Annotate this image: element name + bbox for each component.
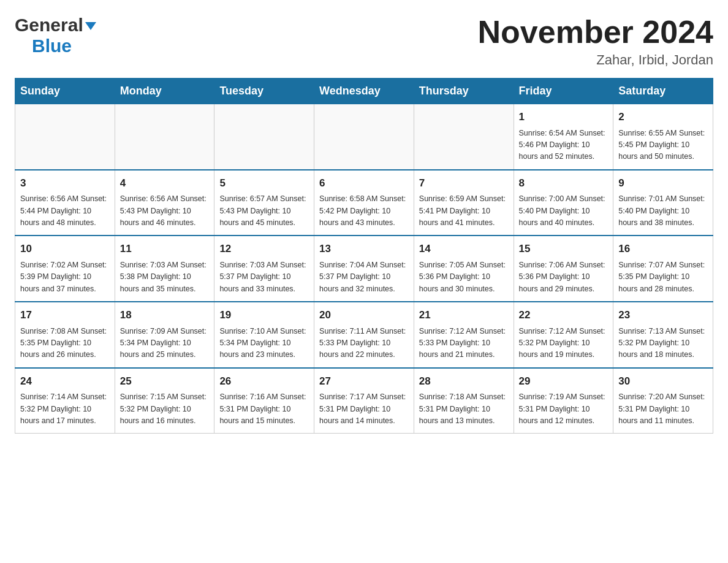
day-info: Sunrise: 7:12 AM Sunset: 5:33 PM Dayligh… xyxy=(419,326,509,361)
table-row: 18Sunrise: 7:09 AM Sunset: 5:34 PM Dayli… xyxy=(115,302,214,368)
day-info: Sunrise: 7:10 AM Sunset: 5:34 PM Dayligh… xyxy=(219,326,309,361)
table-row: 7Sunrise: 6:59 AM Sunset: 5:41 PM Daylig… xyxy=(414,170,514,236)
day-info: Sunrise: 6:55 AM Sunset: 5:45 PM Dayligh… xyxy=(618,128,708,163)
table-row: 6Sunrise: 6:58 AM Sunset: 5:42 PM Daylig… xyxy=(314,170,414,236)
table-row: 29Sunrise: 7:19 AM Sunset: 5:31 PM Dayli… xyxy=(514,368,613,434)
day-number: 11 xyxy=(120,241,210,257)
day-info: Sunrise: 6:59 AM Sunset: 5:41 PM Dayligh… xyxy=(419,193,509,229)
day-info: Sunrise: 6:58 AM Sunset: 5:42 PM Dayligh… xyxy=(319,193,409,229)
day-number: 5 xyxy=(219,175,309,191)
col-monday: Monday xyxy=(115,79,214,104)
day-info: Sunrise: 6:56 AM Sunset: 5:43 PM Dayligh… xyxy=(120,193,210,229)
day-number: 22 xyxy=(519,307,609,323)
calendar-week-row: 10Sunrise: 7:02 AM Sunset: 5:39 PM Dayli… xyxy=(15,236,713,302)
day-number: 19 xyxy=(219,307,309,323)
day-number: 10 xyxy=(20,241,110,257)
table-row: 23Sunrise: 7:13 AM Sunset: 5:32 PM Dayli… xyxy=(613,302,713,368)
calendar-table: Sunday Monday Tuesday Wednesday Thursday… xyxy=(15,78,713,434)
logo-triangle-icon xyxy=(85,22,96,30)
table-row: 20Sunrise: 7:11 AM Sunset: 5:33 PM Dayli… xyxy=(314,302,414,368)
table-row: 14Sunrise: 7:05 AM Sunset: 5:36 PM Dayli… xyxy=(414,236,514,302)
day-number: 25 xyxy=(120,373,210,389)
day-info: Sunrise: 7:19 AM Sunset: 5:31 PM Dayligh… xyxy=(519,391,609,427)
day-number: 28 xyxy=(419,373,509,389)
table-row: 22Sunrise: 7:12 AM Sunset: 5:32 PM Dayli… xyxy=(514,302,613,368)
day-number: 9 xyxy=(618,175,708,191)
day-number: 8 xyxy=(519,175,609,191)
day-info: Sunrise: 7:08 AM Sunset: 5:35 PM Dayligh… xyxy=(20,326,110,361)
day-number: 1 xyxy=(519,109,609,125)
table-row: 30Sunrise: 7:20 AM Sunset: 5:31 PM Dayli… xyxy=(613,368,713,434)
col-sunday: Sunday xyxy=(15,79,115,104)
day-info: Sunrise: 7:11 AM Sunset: 5:33 PM Dayligh… xyxy=(319,326,409,361)
table-row: 9Sunrise: 7:01 AM Sunset: 5:40 PM Daylig… xyxy=(613,170,713,236)
day-info: Sunrise: 7:13 AM Sunset: 5:32 PM Dayligh… xyxy=(618,326,708,361)
table-row: 2Sunrise: 6:55 AM Sunset: 5:45 PM Daylig… xyxy=(613,104,713,170)
day-info: Sunrise: 7:01 AM Sunset: 5:40 PM Dayligh… xyxy=(618,193,708,229)
table-row: 26Sunrise: 7:16 AM Sunset: 5:31 PM Dayli… xyxy=(214,368,314,434)
day-number: 27 xyxy=(319,373,409,389)
day-number: 18 xyxy=(120,307,210,323)
day-number: 3 xyxy=(20,175,110,191)
table-row: 24Sunrise: 7:14 AM Sunset: 5:32 PM Dayli… xyxy=(15,368,115,434)
day-info: Sunrise: 7:03 AM Sunset: 5:38 PM Dayligh… xyxy=(120,259,210,295)
table-row: 8Sunrise: 7:00 AM Sunset: 5:40 PM Daylig… xyxy=(514,170,613,236)
table-row: 10Sunrise: 7:02 AM Sunset: 5:39 PM Dayli… xyxy=(15,236,115,302)
col-saturday: Saturday xyxy=(613,79,713,104)
day-info: Sunrise: 7:17 AM Sunset: 5:31 PM Dayligh… xyxy=(319,391,409,427)
location: Zahar, Irbid, Jordan xyxy=(478,52,713,68)
logo-general-text: General xyxy=(15,15,83,36)
table-row: 1Sunrise: 6:54 AM Sunset: 5:46 PM Daylig… xyxy=(514,104,613,170)
day-number: 24 xyxy=(20,373,110,389)
day-number: 20 xyxy=(319,307,409,323)
table-row: 15Sunrise: 7:06 AM Sunset: 5:36 PM Dayli… xyxy=(514,236,613,302)
day-info: Sunrise: 7:05 AM Sunset: 5:36 PM Dayligh… xyxy=(419,259,509,295)
day-info: Sunrise: 7:06 AM Sunset: 5:36 PM Dayligh… xyxy=(519,259,609,295)
day-info: Sunrise: 7:12 AM Sunset: 5:32 PM Dayligh… xyxy=(519,326,609,361)
day-info: Sunrise: 7:09 AM Sunset: 5:34 PM Dayligh… xyxy=(120,326,210,361)
title-area: November 2024 Zahar, Irbid, Jordan xyxy=(478,15,713,68)
table-row: 12Sunrise: 7:03 AM Sunset: 5:37 PM Dayli… xyxy=(214,236,314,302)
table-row xyxy=(15,104,115,170)
day-number: 29 xyxy=(519,373,609,389)
col-thursday: Thursday xyxy=(414,79,514,104)
col-friday: Friday xyxy=(514,79,613,104)
day-info: Sunrise: 7:16 AM Sunset: 5:31 PM Dayligh… xyxy=(219,391,309,427)
day-number: 6 xyxy=(319,175,409,191)
day-number: 17 xyxy=(20,307,110,323)
day-number: 7 xyxy=(419,175,509,191)
col-tuesday: Tuesday xyxy=(214,79,314,104)
table-row: 19Sunrise: 7:10 AM Sunset: 5:34 PM Dayli… xyxy=(214,302,314,368)
calendar-week-row: 24Sunrise: 7:14 AM Sunset: 5:32 PM Dayli… xyxy=(15,368,713,434)
day-info: Sunrise: 7:00 AM Sunset: 5:40 PM Dayligh… xyxy=(519,193,609,229)
table-row xyxy=(314,104,414,170)
day-info: Sunrise: 6:54 AM Sunset: 5:46 PM Dayligh… xyxy=(519,128,609,163)
day-number: 12 xyxy=(219,241,309,257)
day-number: 21 xyxy=(419,307,509,323)
table-row xyxy=(414,104,514,170)
table-row: 11Sunrise: 7:03 AM Sunset: 5:38 PM Dayli… xyxy=(115,236,214,302)
table-row xyxy=(214,104,314,170)
day-info: Sunrise: 7:04 AM Sunset: 5:37 PM Dayligh… xyxy=(319,259,409,295)
calendar-header-row: Sunday Monday Tuesday Wednesday Thursday… xyxy=(15,79,713,104)
table-row: 13Sunrise: 7:04 AM Sunset: 5:37 PM Dayli… xyxy=(314,236,414,302)
day-info: Sunrise: 7:07 AM Sunset: 5:35 PM Dayligh… xyxy=(618,259,708,295)
table-row: 3Sunrise: 6:56 AM Sunset: 5:44 PM Daylig… xyxy=(15,170,115,236)
day-number: 16 xyxy=(618,241,708,257)
day-info: Sunrise: 6:56 AM Sunset: 5:44 PM Dayligh… xyxy=(20,193,110,229)
day-number: 15 xyxy=(519,241,609,257)
day-info: Sunrise: 7:18 AM Sunset: 5:31 PM Dayligh… xyxy=(419,391,509,427)
day-number: 13 xyxy=(319,241,409,257)
day-number: 26 xyxy=(219,373,309,389)
page-header: General Blue November 2024 Zahar, Irbid,… xyxy=(15,15,713,68)
table-row: 17Sunrise: 7:08 AM Sunset: 5:35 PM Dayli… xyxy=(15,302,115,368)
day-info: Sunrise: 7:02 AM Sunset: 5:39 PM Dayligh… xyxy=(20,259,110,295)
table-row: 21Sunrise: 7:12 AM Sunset: 5:33 PM Dayli… xyxy=(414,302,514,368)
calendar-week-row: 17Sunrise: 7:08 AM Sunset: 5:35 PM Dayli… xyxy=(15,302,713,368)
day-info: Sunrise: 7:20 AM Sunset: 5:31 PM Dayligh… xyxy=(618,391,708,427)
calendar-week-row: 1Sunrise: 6:54 AM Sunset: 5:46 PM Daylig… xyxy=(15,104,713,170)
table-row: 5Sunrise: 6:57 AM Sunset: 5:43 PM Daylig… xyxy=(214,170,314,236)
table-row: 28Sunrise: 7:18 AM Sunset: 5:31 PM Dayli… xyxy=(414,368,514,434)
day-info: Sunrise: 7:14 AM Sunset: 5:32 PM Dayligh… xyxy=(20,391,110,427)
day-number: 4 xyxy=(120,175,210,191)
